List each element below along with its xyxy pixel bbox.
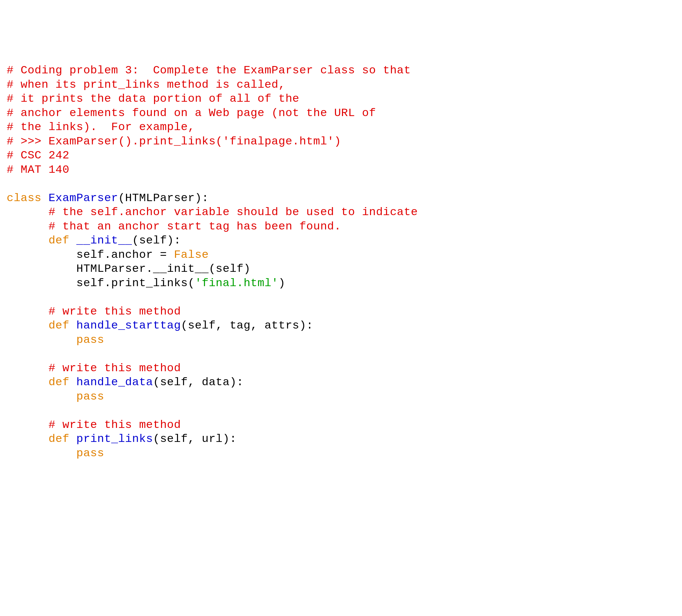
code-token: def xyxy=(48,433,76,445)
code-line: # >>> ExamParser().print_links('finalpag… xyxy=(7,134,675,149)
code-token: def xyxy=(48,376,76,389)
code-token xyxy=(7,376,48,389)
code-token: print_links xyxy=(76,433,153,445)
code-token: # write this method xyxy=(48,305,181,318)
code-line: # when its print_links method is called, xyxy=(7,78,675,92)
code-token: (self, tag, attrs): xyxy=(181,319,313,332)
code-line: # write this method xyxy=(7,305,675,319)
code-line xyxy=(7,403,675,418)
code-token: pass xyxy=(76,390,104,403)
code-token xyxy=(7,419,48,431)
code-line xyxy=(7,177,675,191)
code-token: # anchor elements found on a Web page (n… xyxy=(7,107,376,119)
code-token: 'final.html' xyxy=(195,277,278,289)
code-token xyxy=(7,305,48,318)
code-token: handle_data xyxy=(76,376,153,389)
code-line: pass xyxy=(7,446,675,461)
code-line: def handle_starttag(self, tag, attrs): xyxy=(7,318,675,333)
code-token: # write this method xyxy=(48,419,181,431)
code-token xyxy=(7,362,48,375)
code-token xyxy=(7,220,48,233)
code-token xyxy=(7,234,48,247)
code-token: self.anchor = xyxy=(7,248,174,261)
code-token: self.print_links( xyxy=(7,277,195,289)
code-token: (HTMLParser): xyxy=(118,192,209,204)
code-line: # write this method xyxy=(7,361,675,376)
code-line: pass xyxy=(7,333,675,347)
code-line xyxy=(7,347,675,361)
code-block: # Coding problem 3: Complete the ExamPar… xyxy=(7,63,675,460)
code-token xyxy=(7,447,76,460)
code-token: handle_starttag xyxy=(76,319,181,332)
code-line: pass xyxy=(7,390,675,404)
code-line: def handle_data(self, data): xyxy=(7,375,675,390)
code-token xyxy=(7,333,76,346)
code-token: # write this method xyxy=(48,362,181,375)
code-token: ) xyxy=(278,277,285,289)
code-token: # the links). For example, xyxy=(7,121,195,133)
code-line: # that an anchor start tag has been foun… xyxy=(7,219,675,234)
code-line: # Coding problem 3: Complete the ExamPar… xyxy=(7,63,675,78)
code-token: def xyxy=(48,234,76,247)
code-line: # MAT 140 xyxy=(7,163,675,177)
code-token xyxy=(7,206,48,218)
code-token: ExamParser xyxy=(48,192,118,204)
code-line: HTMLParser.__init__(self) xyxy=(7,262,675,276)
code-token: (self): xyxy=(132,234,181,247)
code-token: # when its print_links method is called, xyxy=(7,79,285,91)
code-token xyxy=(7,433,48,445)
code-token: False xyxy=(174,248,209,261)
code-token: class xyxy=(7,192,48,204)
code-token: pass xyxy=(76,447,104,460)
code-line: # the links). For example, xyxy=(7,120,675,134)
code-token xyxy=(7,390,76,403)
code-token: # it prints the data portion of all of t… xyxy=(7,92,299,105)
code-token: # the self.anchor variable should be use… xyxy=(48,206,418,218)
code-token xyxy=(7,319,48,332)
code-line: self.anchor = False xyxy=(7,248,675,262)
code-line: # it prints the data portion of all of t… xyxy=(7,92,675,106)
code-token: def xyxy=(48,319,76,332)
code-token: (self, url): xyxy=(153,433,237,445)
code-token: # >>> ExamParser().print_links('finalpag… xyxy=(7,135,341,148)
code-line: # the self.anchor variable should be use… xyxy=(7,205,675,219)
code-line: # CSC 242 xyxy=(7,148,675,163)
code-token: pass xyxy=(76,333,104,346)
code-line: def print_links(self, url): xyxy=(7,432,675,446)
code-token: # Coding problem 3: Complete the ExamPar… xyxy=(7,64,411,77)
code-line: # anchor elements found on a Web page (n… xyxy=(7,106,675,120)
code-token: __init__ xyxy=(76,234,132,247)
code-line: def __init__(self): xyxy=(7,234,675,248)
code-token: (self, data): xyxy=(153,376,244,389)
code-line: class ExamParser(HTMLParser): xyxy=(7,191,675,205)
code-line xyxy=(7,290,675,305)
code-token: # CSC 242 xyxy=(7,149,69,162)
code-line: self.print_links('final.html') xyxy=(7,276,675,290)
code-line: # write this method xyxy=(7,418,675,432)
code-token: # MAT 140 xyxy=(7,163,69,176)
code-token: HTMLParser.__init__(self) xyxy=(7,262,251,275)
code-token: # that an anchor start tag has been foun… xyxy=(48,220,341,233)
